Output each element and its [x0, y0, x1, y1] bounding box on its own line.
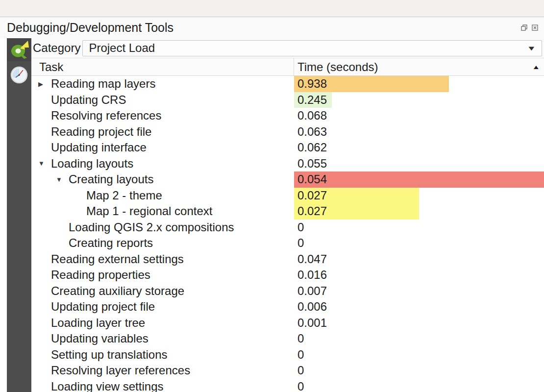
left-gutter [0, 38, 7, 392]
task-time: 0 [294, 220, 304, 234]
category-dropdown[interactable]: Project Load ▼ [82, 40, 542, 56]
panel-body: Category Project Load ▼ Task Time (secon… [0, 38, 544, 392]
column-header-time[interactable]: Time (seconds) ▲ [294, 58, 544, 75]
task-name: Creating auxiliary storage [51, 284, 184, 298]
task-row[interactable]: Reading properties0.016 [31, 267, 544, 283]
collapse-branch-icon[interactable]: ▼ [56, 176, 69, 183]
qgis-logo [7, 38, 31, 61]
task-row[interactable]: Loading layer tree0.001 [31, 315, 544, 331]
task-time: 0.068 [294, 109, 327, 122]
task-row[interactable]: Reading external settings0.047 [31, 251, 544, 268]
task-row[interactable]: Map 2 - theme0.027 [31, 188, 544, 204]
task-row[interactable]: ▼Creating layouts0.054 [31, 172, 544, 188]
task-name: Reading map layers [51, 77, 155, 91]
task-name: Loading view settings [51, 380, 163, 392]
category-selected-value: Project Load [89, 41, 528, 55]
task-row[interactable]: Resolving references0.068 [31, 108, 544, 124]
task-row[interactable]: ▼Loading layouts0.055 [31, 156, 544, 172]
expand-branch-icon[interactable]: ▶ [38, 80, 51, 88]
panel-titlebar: Debugging/Development Tools [0, 17, 544, 38]
panel-title: Debugging/Development Tools [7, 21, 521, 35]
task-name: Resolving references [51, 109, 161, 122]
task-time: 0.016 [294, 268, 327, 282]
task-row[interactable]: Resolving layer references0 [31, 363, 544, 379]
titlebar-buttons [521, 24, 539, 31]
task-name: Setting up translations [51, 348, 167, 362]
task-row[interactable]: Updating variables0 [31, 331, 544, 347]
task-row[interactable]: Loading QGIS 2.x compositions0 [31, 220, 544, 236]
task-name: Creating reports [69, 236, 153, 250]
chevron-down-icon: ▼ [527, 45, 536, 52]
task-time: 0.062 [294, 141, 327, 154]
category-row: Category Project Load ▼ [31, 38, 544, 58]
task-name: Reading project file [51, 125, 151, 139]
task-time: 0 [294, 380, 304, 392]
task-row[interactable]: Updating interface0.062 [31, 140, 544, 156]
task-time: 0.007 [294, 284, 327, 298]
close-panel-icon[interactable] [532, 24, 538, 31]
task-name: Loading layouts [51, 157, 133, 171]
task-row[interactable]: Loading view settings0 [31, 379, 544, 392]
task-name: Updating variables [51, 332, 148, 345]
task-row[interactable]: Reading project file0.063 [31, 124, 544, 140]
task-row[interactable]: ▶Reading map layers0.938 [31, 76, 544, 92]
task-name: Loading layer tree [51, 316, 145, 330]
task-name: Reading external settings [51, 252, 184, 266]
task-name: Map 1 - regional context [86, 204, 212, 218]
column-header-task-label: Task [39, 60, 63, 74]
main-window-background [0, 0, 544, 17]
task-time: 0.245 [294, 93, 327, 107]
task-tree: ▶Reading map layers0.938Updating CRS0.24… [31, 76, 544, 392]
task-row[interactable]: Updating CRS0.245 [31, 92, 544, 108]
task-time: 0.054 [294, 172, 327, 186]
task-row[interactable]: Updating project file0.006 [31, 299, 544, 315]
task-time: 0.006 [294, 300, 327, 314]
task-name: Updating CRS [51, 93, 126, 107]
task-name: Updating project file [51, 300, 155, 314]
task-name: Updating interface [51, 141, 147, 154]
task-time: 0.063 [294, 125, 327, 139]
task-time: 0 [294, 332, 304, 345]
table-header: Task Time (seconds) ▲ [31, 58, 544, 76]
task-time: 0.055 [294, 157, 327, 171]
task-row[interactable]: Map 1 - regional context0.027 [31, 203, 544, 220]
time-proportion-bar [294, 172, 544, 188]
sort-ascending-icon: ▲ [532, 64, 541, 71]
task-row[interactable]: Creating reports0 [31, 235, 544, 251]
task-time: 0.047 [294, 252, 327, 266]
tools-sidebar [7, 38, 31, 392]
task-row[interactable]: Setting up translations0 [31, 347, 544, 363]
task-row[interactable]: Creating auxiliary storage0.007 [31, 283, 544, 299]
task-name: Loading QGIS 2.x compositions [69, 220, 234, 234]
task-name: Map 2 - theme [86, 189, 162, 202]
task-time: 0 [294, 236, 304, 250]
column-header-task[interactable]: Task [31, 58, 294, 75]
collapse-branch-icon[interactable]: ▼ [38, 160, 51, 167]
task-name: Creating layouts [69, 172, 153, 186]
task-time: 0 [294, 364, 304, 377]
profiler-main: Category Project Load ▼ Task Time (secon… [31, 38, 544, 392]
profiler-clock-tool[interactable] [7, 63, 31, 87]
debug-dev-tools-panel: Debugging/Development Tools [0, 17, 544, 392]
float-panel-icon[interactable] [521, 24, 527, 31]
task-time: 0 [294, 348, 304, 362]
task-name: Reading properties [51, 268, 150, 282]
task-name: Resolving layer references [51, 364, 190, 377]
task-time: 0.938 [294, 77, 327, 91]
task-time: 0.001 [294, 316, 327, 330]
task-time: 0.027 [294, 189, 327, 202]
column-header-time-label: Time (seconds) [297, 60, 378, 74]
category-label: Category [31, 41, 82, 55]
task-time: 0.027 [294, 204, 327, 218]
